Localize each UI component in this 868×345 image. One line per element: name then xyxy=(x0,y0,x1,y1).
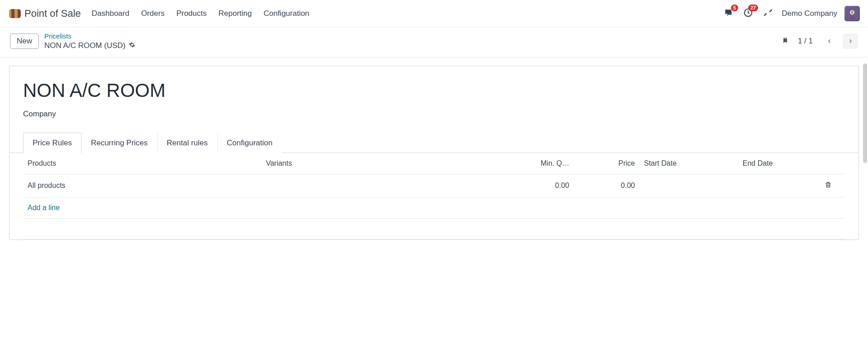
topbar-right: 5 27 Demo Company xyxy=(722,6,860,21)
gear-icon[interactable] xyxy=(129,41,135,51)
cell-start-date[interactable] xyxy=(640,174,738,197)
nav-dashboard[interactable]: Dashboard xyxy=(92,9,129,18)
tab-price-rules[interactable]: Price Rules xyxy=(23,133,81,153)
company-switcher[interactable]: Demo Company xyxy=(782,9,837,18)
form-card: NON A/C ROOM Company Price Rules Recurri… xyxy=(9,66,859,240)
app-name: Point of Sale xyxy=(24,8,81,19)
empty-row xyxy=(23,218,845,239)
add-line-row: Add a line xyxy=(23,197,845,218)
nav-products[interactable]: Products xyxy=(176,9,207,18)
add-line-link[interactable]: Add a line xyxy=(28,204,60,211)
cell-min-qty[interactable]: 0.00 xyxy=(500,174,574,197)
action-bar-right: 1 / 1 xyxy=(782,34,858,49)
record-title[interactable]: NON A/C ROOM xyxy=(23,80,845,101)
nav-configuration[interactable]: Configuration xyxy=(264,9,309,18)
col-variants[interactable]: Variants xyxy=(261,153,500,174)
nav-menu: Dashboard Orders Products Reporting Conf… xyxy=(92,9,309,18)
user-avatar[interactable] xyxy=(844,6,860,21)
breadcrumb: Pricelists NON A/C ROOM (USD) xyxy=(44,32,135,51)
pager-next-button[interactable] xyxy=(843,34,858,49)
cell-price[interactable]: 0.00 xyxy=(574,174,639,197)
col-products[interactable]: Products xyxy=(23,153,261,174)
delete-row-button[interactable] xyxy=(820,174,845,197)
breadcrumb-parent[interactable]: Pricelists xyxy=(44,32,135,41)
tools-button[interactable] xyxy=(762,7,774,20)
nav-orders[interactable]: Orders xyxy=(141,9,165,18)
new-button[interactable]: New xyxy=(10,34,39,49)
tab-recurring-prices[interactable]: Recurring Prices xyxy=(81,133,157,153)
price-rules-table: Products Variants Min. Q… Price Start Da… xyxy=(23,153,845,240)
col-price[interactable]: Price xyxy=(574,153,639,174)
cell-variants[interactable] xyxy=(261,174,500,197)
topbar: Point of Sale Dashboard Orders Products … xyxy=(0,0,868,27)
breadcrumb-current: NON A/C ROOM (USD) xyxy=(44,41,135,51)
pager-text[interactable]: 1 / 1 xyxy=(798,37,813,46)
col-min-qty[interactable]: Min. Q… xyxy=(500,153,574,174)
svg-rect-5 xyxy=(853,11,854,13)
col-end-date[interactable]: End Date xyxy=(738,153,821,174)
content: NON A/C ROOM Company Price Rules Recurri… xyxy=(0,58,868,240)
svg-rect-4 xyxy=(850,11,852,13)
breadcrumb-current-text: NON A/C ROOM (USD) xyxy=(44,41,125,51)
action-bar: New Pricelists NON A/C ROOM (USD) 1 / 1 xyxy=(0,27,868,58)
bookmark-icon[interactable] xyxy=(782,36,789,46)
company-field-label[interactable]: Company xyxy=(23,110,845,119)
messages-badge: 5 xyxy=(731,5,738,11)
table-row[interactable]: All products 0.00 0.00 xyxy=(23,174,845,197)
pager-prev-button[interactable] xyxy=(822,34,837,49)
col-start-date[interactable]: Start Date xyxy=(640,153,738,174)
cell-products[interactable]: All products xyxy=(23,174,261,197)
cell-end-date[interactable] xyxy=(738,174,821,197)
tools-icon xyxy=(764,8,773,19)
app-brand[interactable]: Point of Sale xyxy=(8,8,81,19)
activities-button[interactable]: 27 xyxy=(742,7,754,20)
nav-reporting[interactable]: Reporting xyxy=(218,9,252,18)
app-logo-icon xyxy=(8,8,21,19)
messages-button[interactable]: 5 xyxy=(722,7,735,20)
scrollbar[interactable] xyxy=(863,63,867,163)
activities-badge: 27 xyxy=(748,5,758,11)
tab-configuration[interactable]: Configuration xyxy=(217,133,282,153)
tabs: Price Rules Recurring Prices Rental rule… xyxy=(23,132,845,153)
svg-rect-6 xyxy=(783,38,787,39)
tab-rental-rules[interactable]: Rental rules xyxy=(157,133,218,153)
